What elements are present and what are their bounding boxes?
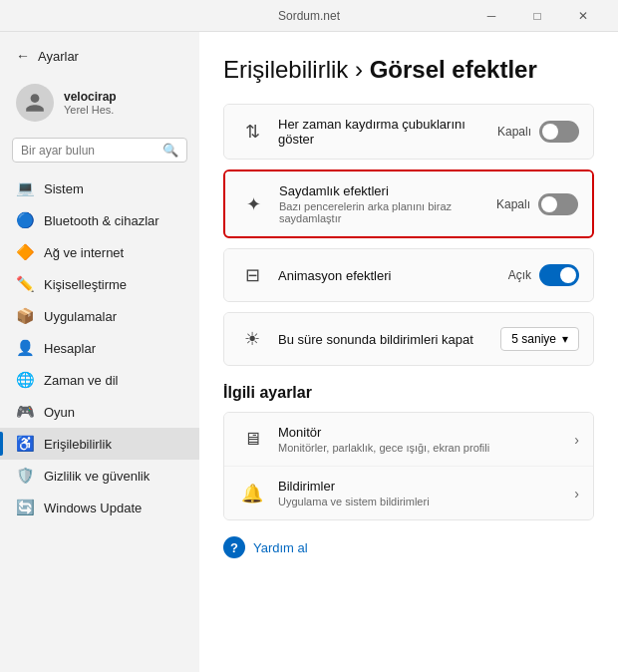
settings-group-bildirim: ☀ Bu süre sonunda bildirimleri kapat 5 s… xyxy=(223,312,594,366)
back-button[interactable]: ← xyxy=(16,48,30,64)
nav-label-gizlilik: Gizlilik ve güvenlik xyxy=(44,469,150,484)
item-desc-saydamlik: Bazı pencerelerin arka planını biraz say… xyxy=(279,200,496,224)
sidebar-item-kisisellestime[interactable]: ✏️ Kişiselleştirme xyxy=(0,268,199,300)
related-label-bildirimler: Bildirimler xyxy=(278,479,574,494)
related-icon-monitor: 🖥 xyxy=(238,426,266,454)
related-icon-bildirimler: 🔔 xyxy=(238,480,266,507)
related-text-bildirimler: Bildirimler Uygulama ve sistem bildiriml… xyxy=(278,479,574,507)
sidebar-header: ← Ayarlar xyxy=(0,44,199,76)
nav-label-sistem: Sistem xyxy=(44,181,84,196)
item-text-saydamlik: Saydamlık efektleri Bazı pencerelerin ar… xyxy=(279,183,496,224)
nav-label-zaman: Zaman ve dil xyxy=(44,373,118,388)
related-item-monitor[interactable]: 🖥 Monitör Monitörler, parlaklık, gece ış… xyxy=(224,413,593,467)
nav-icon-ag: 🔶 xyxy=(16,243,34,261)
chevron-right-icon: › xyxy=(574,432,579,448)
sidebar-item-ag[interactable]: 🔶 Ağ ve internet xyxy=(0,236,199,268)
sidebar-item-hesaplar[interactable]: 👤 Hesaplar xyxy=(0,332,199,364)
titlebar: Sordum.net ─ □ ✕ xyxy=(0,0,618,32)
main-layout: ← Ayarlar velocirap Yerel Hes. 🔍 💻 Siste… xyxy=(0,32,618,672)
titlebar-site: Sordum.net xyxy=(278,9,340,23)
nav-list: 💻 Sistem 🔵 Bluetooth & cihazlar 🔶 Ağ ve … xyxy=(0,172,199,523)
page-title: Erişilebilirlik › Görsel efektler xyxy=(223,56,594,84)
item-control-bildirim: 5 saniye ▾ xyxy=(500,327,579,351)
item-label-bildirim: Bu süre sonunda bildirimleri kapat xyxy=(278,332,500,347)
settings-group-animasyon: ⊟ Animasyon efektleri Açık xyxy=(223,248,594,302)
toggle-label-scrollbar: Kapalı xyxy=(497,125,531,139)
item-label-animasyon: Animasyon efektleri xyxy=(278,268,508,283)
nav-label-erisim: Erişilebilirlik xyxy=(44,437,112,452)
search-box[interactable]: 🔍 xyxy=(12,138,187,163)
settings-item-scrollbar: ⇅ Her zaman kaydırma çubuklarını göster … xyxy=(224,105,593,159)
nav-icon-bluetooth: 🔵 xyxy=(16,211,34,229)
item-control-scrollbar: Kapalı xyxy=(497,121,579,143)
nav-icon-hesaplar: 👤 xyxy=(16,339,34,357)
sidebar-item-bluetooth[interactable]: 🔵 Bluetooth & cihazlar xyxy=(0,204,199,236)
dropdown-bildirim[interactable]: 5 saniye ▾ xyxy=(500,327,579,351)
nav-icon-oyun: 🎮 xyxy=(16,403,34,421)
toggle-label-saydamlik: Kapalı xyxy=(496,197,530,211)
chevron-right-icon: › xyxy=(574,486,579,502)
related-items-group: 🖥 Monitör Monitörler, parlaklık, gece ış… xyxy=(223,412,594,520)
toggle-thumb-animasyon xyxy=(560,267,576,283)
item-text-scrollbar: Her zaman kaydırma çubuklarını göster xyxy=(278,117,497,147)
titlebar-controls: ─ □ ✕ xyxy=(468,0,606,32)
toggle-scrollbar[interactable] xyxy=(539,121,579,143)
nav-label-bluetooth: Bluetooth & cihazlar xyxy=(44,213,159,228)
content-area: Erişilebilirlik › Görsel efektler ⇅ Her … xyxy=(199,32,618,672)
nav-icon-sistem: 💻 xyxy=(16,179,34,197)
settings-item-animasyon: ⊟ Animasyon efektleri Açık xyxy=(224,249,593,301)
related-text-monitor: Monitör Monitörler, parlaklık, gece ışığ… xyxy=(278,425,574,454)
search-icon: 🔍 xyxy=(162,143,178,158)
related-desc-monitor: Monitörler, parlaklık, gece ışığı, ekran… xyxy=(278,442,574,454)
user-role: Yerel Hes. xyxy=(64,104,117,116)
item-icon-scrollbar: ⇅ xyxy=(238,118,266,146)
sidebar-item-sistem[interactable]: 💻 Sistem xyxy=(0,172,199,204)
toggle-saydamlik[interactable] xyxy=(538,193,578,215)
toggle-thumb-saydamlik xyxy=(541,196,557,212)
settings-item-bildirim: ☀ Bu süre sonunda bildirimleri kapat 5 s… xyxy=(224,313,593,365)
sidebar-item-gizlilik[interactable]: 🛡️ Gizlilik ve güvenlik xyxy=(0,460,199,492)
maximize-button[interactable]: □ xyxy=(514,0,560,32)
help-icon: ? xyxy=(223,536,245,558)
sidebar-item-windows-update[interactable]: 🔄 Windows Update xyxy=(0,492,199,523)
user-info: velocirap Yerel Hes. xyxy=(64,90,117,116)
nav-icon-zaman: 🌐 xyxy=(16,371,34,389)
sidebar-item-erisim[interactable]: ♿ Erişilebilirlik xyxy=(0,428,199,460)
minimize-button[interactable]: ─ xyxy=(468,0,514,32)
toggle-label-animasyon: Açık xyxy=(508,268,531,282)
nav-label-kisisellestime: Kişiselleştirme xyxy=(44,277,127,292)
item-control-animasyon: Açık xyxy=(508,264,579,286)
breadcrumb: Erişilebilirlik xyxy=(223,56,348,83)
main-title: Görsel efektler xyxy=(370,56,537,83)
settings-list: ⇅ Her zaman kaydırma çubuklarını göster … xyxy=(223,104,594,366)
sidebar-item-oyun[interactable]: 🎮 Oyun xyxy=(0,396,199,428)
toggle-animasyon[interactable] xyxy=(539,264,579,286)
nav-icon-uygulamalar: 📦 xyxy=(16,307,34,325)
item-icon-animasyon: ⊟ xyxy=(238,261,266,289)
sidebar: ← Ayarlar velocirap Yerel Hes. 🔍 💻 Siste… xyxy=(0,32,199,672)
help-label: Yardım al xyxy=(253,540,308,555)
nav-icon-kisisellestime: ✏️ xyxy=(16,275,34,293)
item-text-animasyon: Animasyon efektleri xyxy=(278,268,508,283)
nav-label-uygulamalar: Uygulamalar xyxy=(44,309,117,324)
item-icon-bildirim: ☀ xyxy=(238,325,266,353)
sidebar-app-title: Ayarlar xyxy=(38,49,79,64)
related-section-title: İlgili ayarlar xyxy=(223,384,594,402)
dropdown-label-bildirim: 5 saniye xyxy=(511,332,556,346)
user-name: velocirap xyxy=(64,90,117,104)
nav-label-windows-update: Windows Update xyxy=(44,501,142,515)
sidebar-item-uygulamalar[interactable]: 📦 Uygulamalar xyxy=(0,300,199,332)
close-button[interactable]: ✕ xyxy=(560,0,606,32)
related-label-monitor: Monitör xyxy=(278,425,574,440)
related-item-bildirimler[interactable]: 🔔 Bildirimler Uygulama ve sistem bildiri… xyxy=(224,467,593,519)
toggle-thumb-scrollbar xyxy=(542,124,558,140)
settings-group-scrollbar: ⇅ Her zaman kaydırma çubuklarını göster … xyxy=(223,104,594,160)
help-link[interactable]: ? Yardım al xyxy=(223,536,594,558)
chevron-down-icon: ▾ xyxy=(562,332,568,346)
nav-label-ag: Ağ ve internet xyxy=(44,245,124,260)
item-text-bildirim: Bu süre sonunda bildirimleri kapat xyxy=(278,332,500,347)
search-input[interactable] xyxy=(21,144,156,158)
nav-label-hesaplar: Hesaplar xyxy=(44,341,96,356)
user-section: velocirap Yerel Hes. xyxy=(0,76,199,134)
sidebar-item-zaman[interactable]: 🌐 Zaman ve dil xyxy=(0,364,199,396)
